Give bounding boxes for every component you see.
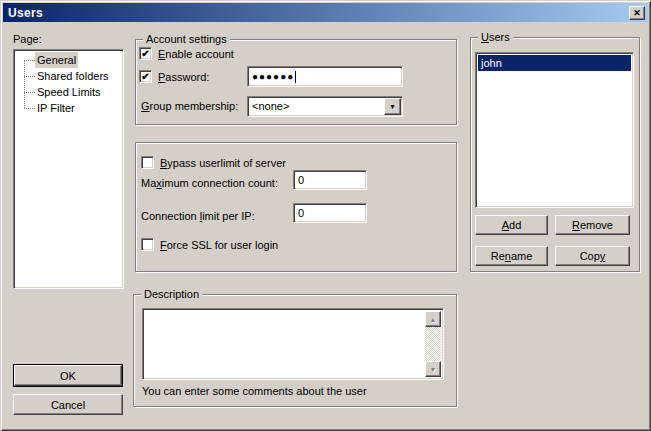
group-membership-select[interactable]: <none> ▼: [247, 96, 403, 117]
text-caret: [295, 71, 296, 83]
bypass-userlimit-label: Bypass userlimit of server: [160, 157, 286, 169]
close-icon: ✕: [633, 9, 641, 18]
page-item-label[interactable]: IP Filter: [35, 100, 77, 116]
users-list[interactable]: john: [475, 52, 634, 208]
page-item-general[interactable]: General: [14, 52, 123, 68]
ip-limit-input[interactable]: 0: [293, 203, 367, 223]
close-button[interactable]: ✕: [629, 6, 645, 20]
group-membership-label: Group membership:: [141, 100, 238, 112]
page-item-label[interactable]: General: [35, 52, 78, 68]
bypass-userlimit-checkbox[interactable]: [141, 156, 154, 169]
arrow-up-icon: ▲: [430, 316, 437, 323]
ok-button-label: OK: [60, 370, 76, 382]
page-item-shared-folders[interactable]: Shared folders: [14, 68, 123, 84]
password-checkbox[interactable]: ✔: [139, 70, 152, 83]
cancel-button-label: Cancel: [51, 399, 85, 411]
enable-account-label: Enable account: [158, 48, 234, 60]
scroll-up-button[interactable]: ▲: [425, 311, 441, 327]
max-connections-label: Maximum connection count:: [141, 177, 278, 189]
page-tree[interactable]: General Shared folders Speed Limits IP F…: [13, 49, 124, 289]
page-item-speed-limits[interactable]: Speed Limits: [14, 84, 123, 100]
password-value: ●●●●●●: [252, 71, 294, 82]
page-label: Page:: [13, 33, 42, 45]
enable-account-checkbox[interactable]: ✔: [139, 47, 152, 60]
title-bar[interactable]: Users: [3, 3, 648, 22]
ip-limit-label: Connection limit per IP:: [141, 210, 255, 222]
chevron-down-icon: ▼: [389, 103, 396, 110]
description-scrollbar[interactable]: ▲ ▼: [425, 311, 441, 377]
scroll-track[interactable]: [425, 327, 441, 361]
page-item-label[interactable]: Shared folders: [35, 68, 111, 84]
description-hint: You can enter some comments about the us…: [142, 385, 367, 397]
copy-user-button[interactable]: Copy: [555, 246, 630, 266]
ip-limit-value: 0: [298, 207, 304, 219]
group-membership-value: <none>: [252, 100, 289, 112]
max-connections-input[interactable]: 0: [293, 170, 367, 190]
description-title: Description: [141, 288, 202, 300]
remove-user-button[interactable]: Remove: [555, 215, 630, 235]
users-group-title: Users: [478, 31, 513, 43]
users-dialog: Users ✕ Page: General Shared folders Spe…: [0, 0, 651, 431]
add-user-button[interactable]: Add: [475, 215, 548, 235]
page-item-label[interactable]: Speed Limits: [35, 84, 103, 100]
password-label: Password:: [158, 71, 209, 83]
dropdown-button[interactable]: ▼: [384, 98, 401, 115]
account-settings-title: Account settings: [143, 33, 230, 45]
force-ssl-label: Force SSL for user login: [160, 239, 278, 251]
ok-button-ring: OK: [13, 364, 123, 387]
user-name: john: [481, 57, 502, 69]
force-ssl-checkbox[interactable]: [141, 238, 154, 251]
description-textarea[interactable]: ▲ ▼: [142, 308, 444, 380]
page-item-ip-filter[interactable]: IP Filter: [14, 100, 123, 116]
ok-button[interactable]: OK: [14, 365, 122, 386]
scroll-down-button[interactable]: ▼: [425, 361, 441, 377]
arrow-down-icon: ▼: [430, 366, 437, 373]
cancel-button[interactable]: Cancel: [13, 394, 123, 415]
user-list-item[interactable]: john: [478, 55, 631, 71]
rename-user-button[interactable]: Rename: [475, 246, 548, 266]
max-connections-value: 0: [298, 174, 304, 186]
window-title: Users: [8, 6, 43, 20]
password-input[interactable]: ●●●●●●: [247, 66, 403, 87]
check-icon: ✔: [141, 72, 149, 82]
check-icon: ✔: [141, 49, 149, 59]
